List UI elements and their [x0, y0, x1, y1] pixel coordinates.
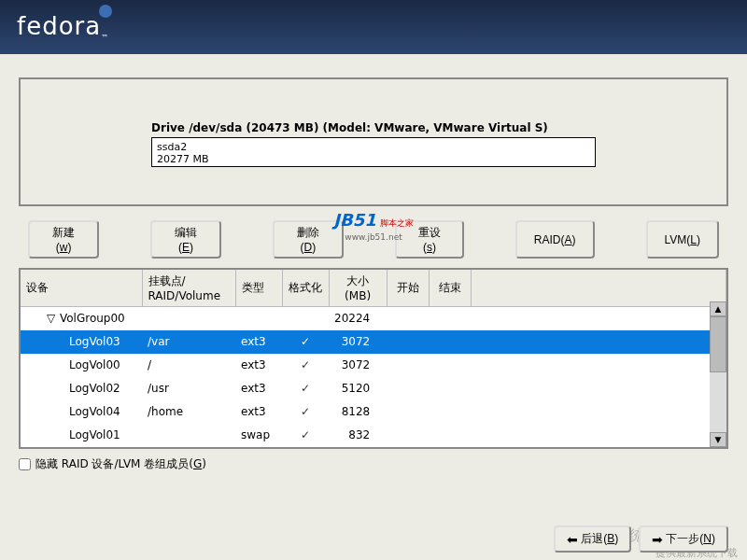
lvm-button[interactable]: LVM(L) — [646, 220, 719, 259]
hide-raid-option: 隐藏 RAID 设备/LVM 卷组成员(G) — [19, 456, 728, 472]
cell-type: ext3 — [235, 330, 282, 354]
cell-device: ▽VolGroup00 — [21, 307, 142, 330]
partition-name: ssda2 — [157, 141, 590, 153]
fedora-logo: fedora™ — [17, 12, 109, 42]
cell-start — [387, 307, 429, 330]
cell-device: LogVol00 — [21, 354, 142, 377]
cell-end — [429, 307, 471, 330]
cell-device: LogVol02 — [21, 377, 142, 400]
cell-type — [235, 307, 282, 330]
cell-size: 8128 — [329, 400, 387, 424]
cell-mount: /var — [142, 330, 235, 354]
cell-end — [429, 354, 471, 377]
drive-info-panel: Drive /dev/sda (20473 MB) (Model: VMware… — [19, 77, 728, 206]
back-button[interactable]: ⬅ 后退(B) — [554, 525, 631, 553]
cell-mount — [142, 424, 235, 447]
vertical-scrollbar[interactable]: ▲ ▼ — [710, 301, 726, 447]
main-content: Drive /dev/sda (20473 MB) (Model: VMware… — [0, 54, 747, 216]
cell-format: ✓ — [282, 400, 329, 424]
cell-device: LogVol04 — [21, 400, 142, 424]
partition-size: 20277 MB — [157, 153, 590, 165]
scroll-thumb[interactable] — [710, 316, 726, 372]
cell-start — [387, 354, 429, 377]
col-format[interactable]: 格式化 — [282, 270, 329, 307]
footer-buttons: ⬅ 后退(B) ➡ 下一步(N) — [554, 525, 728, 553]
cell-mount — [142, 307, 235, 330]
col-type[interactable]: 类型 — [235, 270, 282, 307]
col-mount[interactable]: 挂载点/RAID/Volume — [142, 270, 235, 307]
cell-size: 832 — [329, 424, 387, 447]
cell-format: ✓ — [282, 424, 329, 447]
cell-start — [387, 377, 429, 400]
cell-format: ✓ — [282, 330, 329, 354]
cell-format: ✓ — [282, 354, 329, 377]
edit-button[interactable]: 编辑(E) — [150, 220, 221, 259]
cell-type: ext3 — [235, 377, 282, 400]
table-row[interactable]: ▽VolGroup0020224 — [21, 307, 726, 330]
watermark: JB51 脚本之家 www.jb51.net — [333, 210, 413, 243]
scroll-down-icon[interactable]: ▼ — [710, 432, 726, 447]
col-size[interactable]: 大小(MB) — [329, 270, 387, 307]
cell-size: 3072 — [329, 330, 387, 354]
header: fedora™ — [0, 0, 747, 54]
cell-end — [429, 424, 471, 447]
cell-end — [429, 330, 471, 354]
table-row[interactable]: LogVol03/varext3✓3072 — [21, 330, 726, 354]
cell-size: 20224 — [329, 307, 387, 330]
drive-title: Drive /dev/sda (20473 MB) (Model: VMware… — [151, 121, 596, 134]
table-row[interactable]: LogVol04/homeext3✓8128 — [21, 400, 726, 424]
cell-format — [282, 307, 329, 330]
scroll-up-icon[interactable]: ▲ — [710, 301, 726, 316]
col-start[interactable]: 开始 — [387, 270, 429, 307]
cell-end — [429, 400, 471, 424]
cell-start — [387, 400, 429, 424]
col-end[interactable]: 结束 — [429, 270, 471, 307]
hide-raid-label: 隐藏 RAID 设备/LVM 卷组成员(G) — [35, 456, 206, 472]
drive-partition-box[interactable]: ssda2 20277 MB — [151, 137, 596, 167]
col-spacer — [471, 270, 726, 307]
cell-device: LogVol01 — [21, 424, 142, 447]
raid-button[interactable]: RAID(A) — [515, 220, 595, 259]
cell-type: swap — [235, 424, 282, 447]
table-row[interactable]: LogVol02/usrext3✓5120 — [21, 377, 726, 400]
next-button[interactable]: ➡ 下一步(N) — [639, 525, 728, 553]
table-row[interactable]: LogVol00/ext3✓3072 — [21, 354, 726, 377]
cell-type: ext3 — [235, 354, 282, 377]
cell-mount: / — [142, 354, 235, 377]
cell-mount: /usr — [142, 377, 235, 400]
cell-device: LogVol03 — [21, 330, 142, 354]
cell-mount: /home — [142, 400, 235, 424]
cell-size: 3072 — [329, 354, 387, 377]
table-row[interactable]: LogVol01swap✓832 — [21, 424, 726, 447]
arrow-right-icon: ➡ — [652, 532, 663, 547]
cell-start — [387, 424, 429, 447]
cell-start — [387, 330, 429, 354]
table-header-row: 设备 挂载点/RAID/Volume 类型 格式化 大小(MB) 开始 结束 — [21, 270, 726, 307]
cell-size: 5120 — [329, 377, 387, 400]
cell-type: ext3 — [235, 400, 282, 424]
tree-toggle-icon[interactable]: ▽ — [47, 312, 56, 325]
partition-table: 设备 挂载点/RAID/Volume 类型 格式化 大小(MB) 开始 结束 ▽… — [19, 268, 728, 449]
hide-raid-checkbox[interactable] — [19, 458, 31, 470]
cell-format: ✓ — [282, 377, 329, 400]
arrow-left-icon: ⬅ — [567, 532, 578, 547]
col-device[interactable]: 设备 — [21, 270, 142, 307]
cell-end — [429, 377, 471, 400]
new-button[interactable]: 新建(w) — [28, 220, 99, 259]
